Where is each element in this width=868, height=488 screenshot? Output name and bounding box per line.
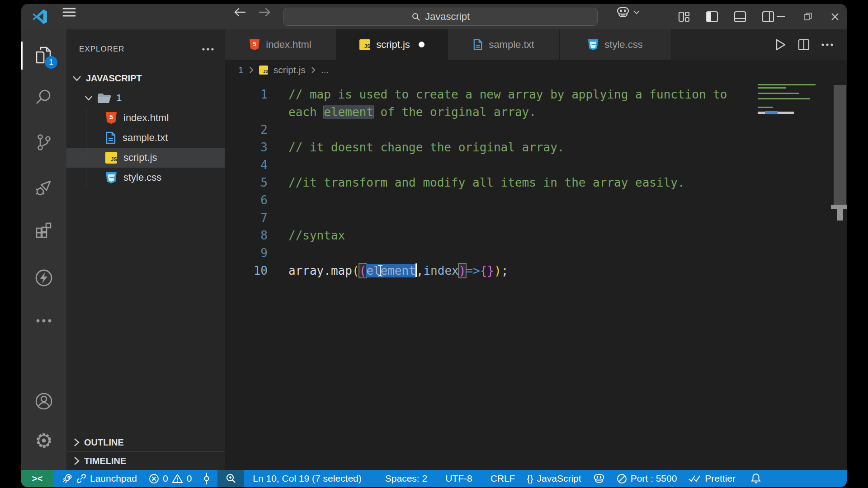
code-line[interactable]: //syntax [268, 227, 345, 244]
code-line[interactable]: each element of the original array. [268, 103, 536, 121]
code-row[interactable]: 9 [225, 244, 847, 262]
code-row[interactable]: 2 [225, 121, 847, 139]
explorer-icon[interactable]: 1 [28, 39, 60, 71]
line-number[interactable]: 5 [225, 174, 268, 192]
line-number[interactable]: 8 [225, 227, 268, 244]
code-line[interactable] [268, 156, 288, 174]
code-row[interactable]: 8//syntax [225, 227, 847, 244]
timeline-label: TIMELINE [84, 456, 126, 466]
live-server-icon[interactable] [28, 262, 60, 294]
tab-script-js[interactable]: JS script.js [336, 29, 448, 60]
line-number[interactable]: 2 [225, 121, 268, 139]
port-status[interactable]: Port : 5500 [611, 470, 683, 487]
toggle-panel-icon[interactable] [732, 9, 748, 25]
title-bar: Javascript [21, 4, 847, 29]
breadcrumb-root[interactable]: 1 [238, 65, 244, 75]
line-number[interactable]: 6 [225, 192, 268, 209]
breadcrumb-file[interactable]: script.js [274, 65, 306, 75]
commit-status[interactable] [198, 470, 216, 487]
run-button[interactable] [775, 39, 786, 51]
line-number[interactable] [225, 103, 268, 121]
minimize-icon[interactable] [773, 9, 789, 25]
line-number[interactable]: 7 [225, 209, 268, 227]
code-row[interactable]: 6 [225, 192, 847, 209]
code-line[interactable]: array.map((element,index)=>{}); [268, 262, 508, 280]
code-row[interactable]: each element of the original array. [225, 103, 847, 121]
port-label: Port : 5500 [631, 473, 677, 484]
folder-name: 1 [116, 92, 122, 104]
encoding-status[interactable]: UTF-8 [439, 470, 478, 487]
code-token: index [423, 264, 458, 277]
tab-index-html[interactable]: 5 index.html [225, 29, 336, 60]
settings-gear-icon[interactable] [28, 424, 60, 457]
code-token: ) [494, 264, 501, 277]
file-row-style-css[interactable]: style.css [66, 168, 225, 188]
file-row-index-html[interactable]: 5 index.html [66, 108, 225, 128]
file-row-sample-txt[interactable]: sample.txt [66, 128, 225, 148]
code-row[interactable]: 4 [225, 156, 847, 174]
source-control-icon[interactable] [28, 126, 60, 159]
outline-section[interactable]: OUTLINE [66, 433, 225, 451]
code-line[interactable]: // map is used to create a new array by … [268, 86, 727, 103]
copilot-icon[interactable] [613, 4, 642, 20]
code-line[interactable]: //it transform and modify all items in t… [268, 174, 685, 192]
code-line[interactable] [268, 209, 288, 227]
problems-status[interactable]: 0 0 [143, 470, 198, 487]
search-view-icon[interactable] [28, 81, 60, 113]
code-line[interactable] [268, 192, 288, 209]
back-arrow-icon[interactable] [232, 4, 248, 20]
close-icon[interactable] [827, 9, 843, 25]
folder-row[interactable]: 1 [66, 88, 225, 108]
line-number[interactable]: 4 [225, 156, 268, 174]
launchpad-status[interactable]: Launchpad [56, 470, 143, 487]
customize-layout-icon[interactable] [676, 9, 692, 25]
code-row[interactable]: 1// map is used to create a new array by… [225, 86, 847, 103]
indentation-status[interactable]: Spaces: 2 [379, 470, 433, 487]
notifications-status[interactable] [745, 470, 767, 487]
run-debug-icon[interactable] [28, 171, 60, 204]
txt-icon [473, 39, 483, 51]
code-editor[interactable]: 1// map is used to create a new array by… [225, 80, 847, 470]
copilot-status[interactable] [587, 470, 611, 487]
restore-icon[interactable] [800, 9, 816, 25]
code-row[interactable]: 3// it doesnt change the original array. [225, 139, 847, 156]
tab-sample-txt[interactable]: sample.txt [448, 29, 560, 60]
extensions-icon[interactable] [28, 214, 60, 247]
formatter-status[interactable]: Prettier [683, 470, 741, 487]
file-name: script.js [123, 152, 157, 164]
forward-arrow-icon[interactable] [256, 4, 273, 20]
line-number[interactable]: 10 [225, 262, 268, 280]
code-line[interactable] [268, 244, 288, 262]
code-row[interactable]: 10array.map((element,index)=>{}); [225, 262, 847, 280]
more-actions-button[interactable] [821, 43, 833, 46]
breadcrumb-symbol[interactable]: ... [321, 65, 329, 75]
timeline-section[interactable]: TIMELINE [66, 451, 225, 470]
minimap[interactable] [758, 84, 821, 120]
split-editor-button[interactable] [798, 39, 810, 51]
language-label: JavaScript [537, 473, 581, 484]
file-row-script-js[interactable]: JS script.js [66, 148, 225, 168]
line-number[interactable]: 1 [225, 86, 268, 103]
line-number[interactable]: 9 [225, 244, 268, 262]
code-row[interactable]: 5//it transform and modify all items in … [225, 174, 847, 192]
line-number[interactable]: 3 [225, 139, 268, 156]
toggle-primary-sidebar-icon[interactable] [704, 9, 720, 25]
outline-label: OUTLINE [84, 437, 124, 448]
zoom-status[interactable] [217, 470, 244, 487]
remote-indicator[interactable]: >< [21, 470, 53, 487]
eol-status[interactable]: CRLF [485, 470, 521, 487]
code-line[interactable] [268, 121, 288, 139]
code-line[interactable]: // it doesnt change the original array. [268, 139, 564, 156]
workspace-row[interactable]: JAVASCRIPT [66, 68, 225, 88]
menu-hamburger-icon[interactable] [61, 4, 77, 20]
account-icon[interactable] [28, 385, 60, 418]
cursor-position-status[interactable]: Ln 10, Col 19 (7 selected) [247, 470, 367, 487]
code-row[interactable]: 7 [225, 209, 847, 227]
command-center-search[interactable]: Javascript [283, 8, 598, 26]
explorer-more-actions-icon[interactable] [202, 48, 214, 51]
tab-style-css[interactable]: style.css [560, 29, 671, 60]
scrollbar[interactable] [834, 85, 846, 205]
modified-dot[interactable] [419, 42, 425, 47]
more-views-icon[interactable] [28, 305, 60, 337]
language-status[interactable]: {} JavaScript [521, 470, 587, 487]
